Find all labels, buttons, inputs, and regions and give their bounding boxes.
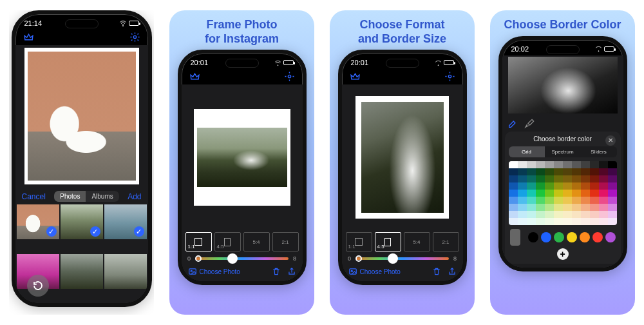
- color-cell[interactable]: [536, 161, 545, 168]
- color-cell[interactable]: [527, 175, 536, 182]
- color-cell[interactable]: [518, 161, 527, 168]
- color-cell[interactable]: [545, 190, 554, 197]
- color-cell[interactable]: [518, 204, 527, 211]
- color-cell[interactable]: [554, 182, 563, 190]
- color-cell[interactable]: [527, 168, 536, 175]
- color-cell[interactable]: [608, 161, 617, 168]
- slider-knob[interactable]: [227, 253, 238, 264]
- color-cell[interactable]: [554, 168, 563, 175]
- color-cell[interactable]: [518, 218, 527, 225]
- color-cell[interactable]: [608, 182, 617, 190]
- color-cell[interactable]: [554, 175, 563, 182]
- color-cell[interactable]: [563, 218, 572, 225]
- gear-icon[interactable]: [444, 71, 455, 82]
- color-cell[interactable]: [563, 197, 572, 204]
- color-cell[interactable]: [581, 182, 590, 190]
- color-cell[interactable]: [599, 161, 608, 168]
- border-slider[interactable]: 0 8: [182, 254, 303, 264]
- format-1-1[interactable]: 1:1: [346, 232, 372, 251]
- format-2-1[interactable]: 2:1: [433, 232, 459, 251]
- crown-icon[interactable]: [23, 32, 34, 43]
- color-cell[interactable]: [581, 197, 590, 204]
- color-cell[interactable]: [536, 211, 545, 218]
- format-1-1[interactable]: 1:1: [185, 232, 212, 251]
- color-cell[interactable]: [608, 204, 617, 211]
- color-cell[interactable]: [590, 190, 599, 197]
- color-cell[interactable]: [527, 182, 536, 190]
- color-cell[interactable]: [599, 204, 608, 211]
- format-5-4[interactable]: 5:4: [243, 232, 270, 251]
- share-icon[interactable]: [287, 267, 296, 276]
- color-cell[interactable]: [527, 218, 536, 225]
- color-cell[interactable]: [599, 190, 608, 197]
- color-cell[interactable]: [545, 161, 554, 168]
- color-cell[interactable]: [545, 175, 554, 182]
- color-cell[interactable]: [572, 161, 581, 168]
- color-cell[interactable]: [599, 182, 608, 190]
- color-cell[interactable]: [608, 190, 617, 197]
- color-cell[interactable]: [590, 218, 599, 225]
- color-cell[interactable]: [527, 161, 536, 168]
- color-cell[interactable]: [572, 182, 581, 190]
- color-cell[interactable]: [590, 168, 599, 175]
- color-grid[interactable]: [509, 161, 617, 225]
- color-cell[interactable]: [563, 182, 572, 190]
- gear-icon[interactable]: [284, 71, 295, 82]
- color-cell[interactable]: [572, 204, 581, 211]
- color-cell[interactable]: [509, 182, 518, 190]
- color-cell[interactable]: [581, 161, 590, 168]
- color-cell[interactable]: [572, 218, 581, 225]
- color-cell[interactable]: [599, 168, 608, 175]
- color-cell[interactable]: [509, 204, 518, 211]
- color-cell[interactable]: [536, 168, 545, 175]
- color-cell[interactable]: [536, 197, 545, 204]
- color-cell[interactable]: [572, 197, 581, 204]
- color-cell[interactable]: [608, 211, 617, 218]
- thumbnail[interactable]: [61, 254, 103, 289]
- trash-icon[interactable]: [432, 267, 441, 276]
- color-cell[interactable]: [563, 168, 572, 175]
- color-cell[interactable]: [509, 190, 518, 197]
- color-cell[interactable]: [527, 197, 536, 204]
- refresh-fab[interactable]: [27, 275, 49, 297]
- color-cell[interactable]: [608, 218, 617, 225]
- color-cell[interactable]: [536, 182, 545, 190]
- color-cell[interactable]: [518, 168, 527, 175]
- thumbnail[interactable]: ✓: [61, 204, 103, 239]
- slider-track[interactable]: [356, 257, 449, 260]
- color-cell[interactable]: [581, 190, 590, 197]
- brush-icon[interactable]: [507, 119, 518, 129]
- crown-icon[interactable]: [350, 71, 361, 82]
- color-cell[interactable]: [572, 175, 581, 182]
- current-color-swatch[interactable]: [510, 229, 520, 246]
- color-cell[interactable]: [518, 175, 527, 182]
- color-cell[interactable]: [554, 161, 563, 168]
- color-cell[interactable]: [518, 182, 527, 190]
- color-cell[interactable]: [545, 218, 554, 225]
- color-cell[interactable]: [599, 175, 608, 182]
- cancel-button[interactable]: Cancel: [22, 192, 46, 201]
- trash-icon[interactable]: [272, 267, 281, 276]
- preset-color[interactable]: [554, 232, 564, 242]
- color-cell[interactable]: [563, 211, 572, 218]
- add-color-button[interactable]: +: [557, 248, 569, 260]
- color-cell[interactable]: [536, 190, 545, 197]
- close-icon[interactable]: ✕: [605, 135, 616, 146]
- color-cell[interactable]: [545, 211, 554, 218]
- color-cell[interactable]: [509, 211, 518, 218]
- color-cell[interactable]: [563, 190, 572, 197]
- color-cell[interactable]: [518, 211, 527, 218]
- color-cell[interactable]: [599, 211, 608, 218]
- preset-color[interactable]: [605, 232, 616, 242]
- crown-icon[interactable]: [189, 71, 200, 82]
- color-cell[interactable]: [527, 190, 536, 197]
- color-cell[interactable]: [581, 204, 590, 211]
- color-cell[interactable]: [590, 175, 599, 182]
- color-cell[interactable]: [572, 190, 581, 197]
- add-button[interactable]: Add: [128, 192, 141, 201]
- color-cell[interactable]: [536, 218, 545, 225]
- thumbnail[interactable]: ✓: [104, 204, 147, 239]
- preset-color[interactable]: [567, 232, 577, 242]
- color-cell[interactable]: [599, 218, 608, 225]
- color-cell[interactable]: [518, 190, 527, 197]
